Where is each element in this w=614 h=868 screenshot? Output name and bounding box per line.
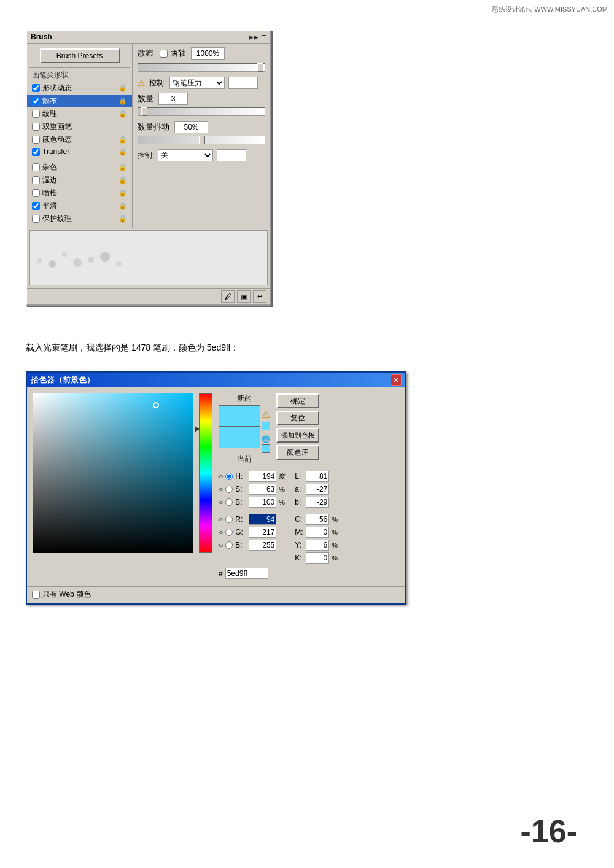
field-row-B2: ○ B: Y: % <box>219 540 399 551</box>
G-input[interactable] <box>249 527 276 538</box>
smooth-label: 平滑 <box>42 201 57 211</box>
L-input[interactable] <box>306 471 329 482</box>
web-only-checkbox[interactable] <box>32 591 40 599</box>
field-row-K: ○ K: K: % <box>219 552 399 564</box>
web-icon: 🌐 <box>262 435 270 443</box>
control-select-1[interactable]: 钢笔压力 <box>169 77 225 89</box>
panel-menu-icon[interactable]: ☰ <box>261 34 266 41</box>
brush-dot-4 <box>73 258 82 267</box>
brush-dot-7 <box>116 261 122 266</box>
brush-item-shape-dynamics[interactable]: 形状动态 🔒 <box>27 82 132 95</box>
R-radio[interactable] <box>225 516 233 523</box>
hex-input[interactable] <box>225 568 268 579</box>
brush-item-wet-edges[interactable]: 湿边 🔒 <box>27 174 132 187</box>
airbrush-checkbox[interactable] <box>32 189 40 197</box>
brush-item-smooth[interactable]: 平滑 🔒 <box>27 200 132 212</box>
brush-item-noise[interactable]: 杂色 🔒 <box>27 161 132 174</box>
reset-button[interactable]: 复位 <box>276 411 319 425</box>
shape-dynamics-label: 形状动态 <box>42 83 72 93</box>
color-library-button[interactable]: 颜色库 <box>276 445 319 460</box>
texture-checkbox[interactable] <box>32 110 40 118</box>
count-slider-thumb[interactable] <box>141 107 147 116</box>
B2-radio[interactable] <box>225 541 233 549</box>
M-input[interactable] <box>306 527 329 538</box>
bottom-btn-2[interactable]: ▣ <box>237 290 251 303</box>
ok-button[interactable]: 确定 <box>276 393 319 408</box>
count-slider[interactable] <box>138 107 265 116</box>
hue-strip[interactable] <box>199 393 212 553</box>
hex-hash-label: # <box>219 569 223 578</box>
Y-label: Y: <box>295 541 303 549</box>
field-row-G: ○ G: M: % <box>219 527 399 538</box>
B-radio[interactable] <box>225 498 233 506</box>
current-label: 当前 <box>237 454 252 465</box>
scatter-slider[interactable] <box>138 63 265 72</box>
color-dynamics-checkbox[interactable] <box>32 136 40 144</box>
texture-label: 纹理 <box>42 109 57 119</box>
transfer-checkbox[interactable] <box>32 148 40 156</box>
jitter-slider[interactable] <box>138 136 265 144</box>
Y-unit: % <box>332 541 338 549</box>
jitter-slider-thumb[interactable] <box>199 136 205 144</box>
K-unit: % <box>332 554 338 562</box>
control-row-2: 控制: 关 <box>138 149 265 161</box>
brush-item-transfer[interactable]: Transfer 🔒 <box>27 146 132 157</box>
S-radio[interactable] <box>225 486 233 493</box>
color-gradient-square[interactable] <box>33 393 193 553</box>
brush-content-area: 散布 两轴 1000% ⚠ 控制: 钢笔压力 <box>133 44 270 228</box>
C-input[interactable] <box>306 514 329 525</box>
two-axis-checkbox[interactable] <box>160 50 168 58</box>
Y-input[interactable] <box>306 540 329 551</box>
panel-arrow-icon[interactable]: ▶▶ <box>249 34 258 41</box>
bottom-btn-1[interactable]: 🖊 <box>221 290 235 303</box>
brush-item-texture[interactable]: 纹理 🔒 <box>27 107 132 120</box>
brush-sidebar: Brush Presets 画笔尖形状 形状动态 🔒 散布 🔒 纹理 🔒 <box>27 44 133 228</box>
field-row-B: ○ B: % b: <box>219 497 399 508</box>
C-unit: % <box>332 516 338 523</box>
shape-dynamics-lock: 🔒 <box>119 84 127 92</box>
color-fields: ○ H: 度 L: ○ S: % a: <box>219 471 399 579</box>
right-panel-top: 新的 ⚠ 🌐 当前 <box>219 393 399 465</box>
jitter-value: 50% <box>174 121 208 133</box>
noise-lock: 🔒 <box>119 163 127 171</box>
protect-texture-label: 保护纹理 <box>42 214 72 224</box>
S-input[interactable] <box>249 484 276 495</box>
scatter-checkbox[interactable] <box>32 97 40 105</box>
noise-checkbox[interactable] <box>32 163 40 171</box>
smooth-checkbox[interactable] <box>32 202 40 210</box>
control-row-1: ⚠ 控制: 钢笔压力 <box>138 77 265 89</box>
B-input[interactable] <box>249 497 276 508</box>
brush-item-color-dynamics[interactable]: 颜色动态 🔒 <box>27 133 132 146</box>
add-to-swatch-button[interactable]: 添加到色板 <box>276 428 319 443</box>
brush-item-protect-texture[interactable]: 保护纹理 🔒 <box>27 212 132 225</box>
G-radio[interactable] <box>225 529 233 536</box>
a-input[interactable] <box>306 484 329 495</box>
warn-icon: ⚠ <box>138 78 146 88</box>
color-picker-close-button[interactable]: ✕ <box>391 374 402 386</box>
control-select-2[interactable]: 关 <box>158 149 213 161</box>
brush-item-airbrush[interactable]: 喷枪 🔒 <box>27 187 132 200</box>
bottom-btn-3[interactable]: ↵ <box>253 290 266 303</box>
dual-brush-checkbox[interactable] <box>32 123 40 131</box>
R-input[interactable] <box>249 514 276 525</box>
K-input[interactable] <box>306 552 329 564</box>
shape-dynamics-checkbox[interactable] <box>32 84 40 92</box>
H-radio[interactable] <box>225 473 233 480</box>
b-input[interactable] <box>306 497 329 508</box>
color-dynamics-lock: 🔒 <box>119 136 127 144</box>
B2-input[interactable] <box>249 540 276 551</box>
brush-item-scatter[interactable]: 散布 🔒 <box>27 95 132 107</box>
transfer-label: Transfer <box>42 147 69 156</box>
count-value: 3 <box>158 93 188 105</box>
scatter-slider-thumb[interactable] <box>257 63 263 72</box>
brush-dot-3 <box>62 252 67 257</box>
H-input[interactable] <box>249 471 276 482</box>
brush-item-dual-brush[interactable]: 双重画笔 <box>27 120 132 133</box>
L-label: L: <box>295 472 303 481</box>
brush-presets-button[interactable]: Brush Presets <box>40 48 120 63</box>
smooth-lock: 🔒 <box>119 202 127 210</box>
B-label: B: <box>235 498 246 506</box>
protect-texture-checkbox[interactable] <box>32 215 40 223</box>
web-colors-row: 只有 Web 颜色 <box>27 586 405 603</box>
wet-edges-checkbox[interactable] <box>32 176 40 184</box>
